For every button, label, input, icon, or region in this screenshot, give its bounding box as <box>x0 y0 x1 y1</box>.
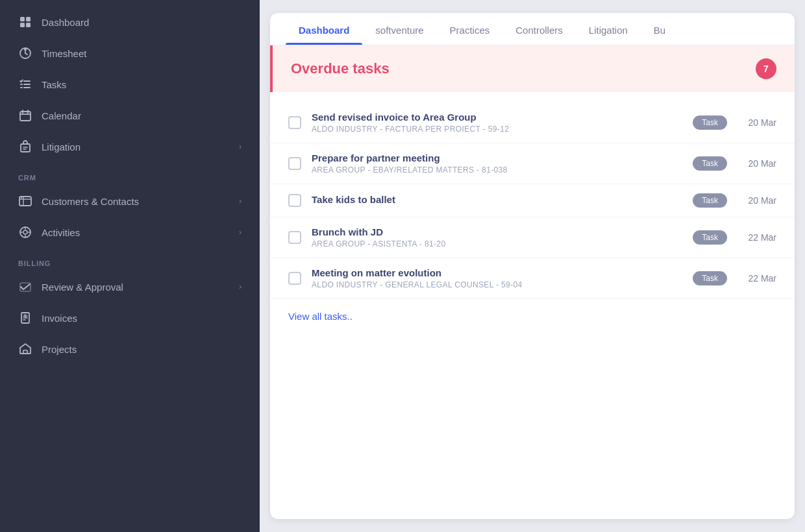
sidebar-item-label: Review & Approval <box>42 282 123 293</box>
task-name: Brunch with JD <box>312 226 682 237</box>
task-name: Send revised invoice to Area Group <box>312 112 682 123</box>
task-date: 22 Mar <box>737 232 776 243</box>
dashboard-icon <box>18 15 32 29</box>
table-row: Take kids to ballet Task 20 Mar <box>270 184 795 217</box>
activities-icon <box>18 225 32 239</box>
sidebar-item-dashboard[interactable]: Dashboard <box>0 6 260 38</box>
invoices-icon: $ <box>18 311 32 325</box>
tasks-icon <box>18 77 32 91</box>
sidebar-item-label: Activities <box>42 227 80 238</box>
task-badge: Task <box>693 193 727 208</box>
task-date: 20 Mar <box>737 117 776 128</box>
content-card: Dashboard softventure Practices Controll… <box>270 13 795 519</box>
sidebar-item-invoices[interactable]: $ Invoices <box>0 302 260 333</box>
chevron-icon: › <box>239 282 242 291</box>
litigation-icon <box>18 139 32 154</box>
sidebar-item-label: Timesheet <box>42 48 86 59</box>
task-info: Send revised invoice to Area Group ALDO … <box>312 112 682 134</box>
sidebar-item-label: Calendar <box>42 110 81 121</box>
svg-rect-0 <box>20 17 25 21</box>
svg-rect-3 <box>26 23 31 27</box>
task-checkbox-5[interactable] <box>288 272 301 285</box>
table-row: Meeting on matter evolution ALDO INDUSTR… <box>270 258 795 299</box>
section-billing: BILLING <box>0 248 260 271</box>
task-date: 22 Mar <box>737 273 776 284</box>
svg-rect-2 <box>20 23 25 27</box>
main-content: Dashboard softventure Practices Controll… <box>260 0 805 532</box>
task-info: Take kids to ballet <box>312 194 682 207</box>
sidebar-item-projects[interactable]: Projects <box>0 333 260 365</box>
projects-icon <box>18 342 32 356</box>
svg-rect-1 <box>26 17 31 21</box>
task-checkbox-2[interactable] <box>288 157 301 170</box>
sidebar-item-label: Dashboard <box>42 17 89 28</box>
task-sub: ALDO INDUSTRY - General Legal Counsel - … <box>312 280 682 289</box>
sidebar-item-label: Litigation <box>42 141 80 152</box>
overdue-banner: Overdue tasks 7 <box>270 45 795 92</box>
task-name: Prepare for partner meeting <box>312 152 682 163</box>
review-icon <box>18 280 32 294</box>
tab-controllers[interactable]: Controllers <box>502 13 576 45</box>
svg-point-21 <box>23 230 27 234</box>
sidebar: Dashboard Timesheet Tasks <box>0 0 260 532</box>
sidebar-item-activities[interactable]: Activities › <box>0 217 260 248</box>
chevron-icon: › <box>239 197 242 206</box>
timesheet-icon <box>18 46 32 60</box>
tabs-bar: Dashboard softventure Practices Controll… <box>270 13 795 45</box>
sidebar-item-litigation[interactable]: Litigation › <box>0 131 260 162</box>
task-date: 20 Mar <box>737 195 776 206</box>
task-badge: Task <box>693 271 727 285</box>
task-name: Meeting on matter evolution <box>312 267 682 278</box>
task-list: Send revised invoice to Area Group ALDO … <box>270 97 795 339</box>
task-info: Prepare for partner meeting AREA GROUP -… <box>312 152 682 175</box>
view-all-tasks-link[interactable]: View all tasks.. <box>270 299 795 333</box>
sidebar-item-customers[interactable]: Customers & Contacts › <box>0 186 260 217</box>
svg-text:$: $ <box>24 313 27 319</box>
task-checkbox-4[interactable] <box>288 231 301 244</box>
svg-point-19 <box>21 197 22 199</box>
sidebar-item-calendar[interactable]: Calendar <box>0 100 260 131</box>
overdue-title: Overdue tasks <box>291 60 390 77</box>
svg-rect-13 <box>21 144 30 152</box>
content-body: Overdue tasks 7 Send revised invoice to … <box>270 45 795 519</box>
task-badge: Task <box>693 230 727 245</box>
task-badge: Task <box>693 156 727 171</box>
tab-softventure[interactable]: softventure <box>362 13 436 45</box>
task-sub: AREA GROUP - ASISTENTA - 81-20 <box>312 239 682 248</box>
sidebar-item-timesheet[interactable]: Timesheet <box>0 38 260 69</box>
tab-dashboard[interactable]: Dashboard <box>286 13 362 45</box>
table-row: Prepare for partner meeting AREA GROUP -… <box>270 143 795 184</box>
sidebar-item-label: Tasks <box>42 79 66 90</box>
tab-practices[interactable]: Practices <box>437 13 503 45</box>
overdue-count-badge: 7 <box>756 58 776 79</box>
task-checkbox-1[interactable] <box>288 116 301 129</box>
chevron-icon: › <box>239 228 242 237</box>
sidebar-item-label: Customers & Contacts <box>42 196 139 207</box>
sidebar-item-label: Projects <box>42 344 77 355</box>
sidebar-item-label: Invoices <box>42 313 77 324</box>
customers-icon <box>18 194 32 208</box>
section-crm: CRM <box>0 162 260 186</box>
task-sub: ALDO INDUSTRY - FACTURA PER PROIECT - 59… <box>312 125 682 134</box>
task-sub: AREA GROUP - Ebay/Related Matters - 81-0… <box>312 165 682 175</box>
sidebar-item-tasks[interactable]: Tasks <box>0 69 260 100</box>
table-row: Send revised invoice to Area Group ALDO … <box>270 103 795 143</box>
chevron-icon: › <box>239 142 242 151</box>
tab-litigation[interactable]: Litigation <box>576 13 641 45</box>
tab-bu[interactable]: Bu <box>641 13 678 45</box>
calendar-icon <box>18 108 32 123</box>
task-badge: Task <box>693 115 727 130</box>
task-info: Brunch with JD AREA GROUP - ASISTENTA - … <box>312 226 682 248</box>
svg-rect-9 <box>20 112 31 121</box>
task-info: Meeting on matter evolution ALDO INDUSTR… <box>312 267 682 289</box>
task-checkbox-3[interactable] <box>288 194 301 207</box>
table-row: Brunch with JD AREA GROUP - ASISTENTA - … <box>270 217 795 258</box>
task-name: Take kids to ballet <box>312 194 682 205</box>
task-date: 20 Mar <box>737 158 776 169</box>
sidebar-item-review[interactable]: Review & Approval › <box>0 271 260 302</box>
